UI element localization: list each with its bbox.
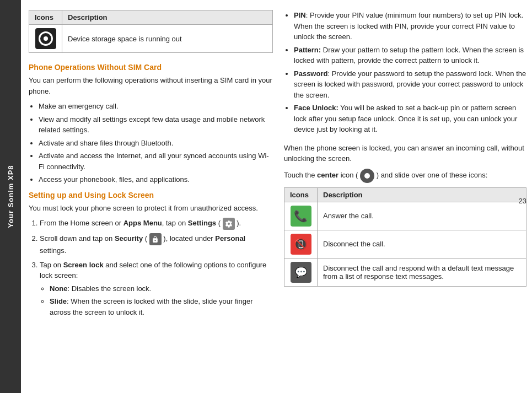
top-table-desc-header: Description	[62, 10, 273, 25]
list-item: Activate and share files through Bluetoo…	[39, 138, 273, 149]
lock-screen-steps: From the Home screen or Apps Menu, tap o…	[40, 218, 273, 317]
bottom-table-icons-header: Icons	[284, 187, 318, 202]
list-item: Pattern: Draw your pattern to setup the …	[294, 45, 526, 66]
phone-ops-bullet-list: Make an emergency call. View and modify …	[39, 101, 273, 185]
lock-screen-heading: Setting up and Using Lock Screen	[29, 191, 273, 200]
list-item: Access your phonebook, files, and applic…	[39, 174, 273, 185]
message-icon-cell: 💬	[284, 258, 318, 286]
sidebar-label: Your Sonim XP8	[0, 0, 21, 393]
disconnect-icon-cell: 📵	[284, 230, 318, 258]
list-item: Make an emergency call.	[39, 101, 273, 112]
lock-icon	[149, 233, 162, 245]
page-number: 23	[519, 197, 526, 205]
phone-ops-intro: You can perform the following operations…	[29, 75, 273, 96]
list-item: Scroll down and tap on Security ( ), loc…	[40, 233, 273, 256]
top-icon-table: Icons Description Device storage space i…	[29, 10, 273, 53]
lock-screen-intro: You must lock your phone screen to prote…	[29, 203, 273, 214]
center-icon	[360, 169, 374, 183]
list-item: From the Home screen or Apps Menu, tap o…	[40, 218, 273, 230]
settings-icon	[223, 218, 235, 230]
bottom-icon-table: Icons Description 📞 Answer the call. 📵 D…	[284, 187, 526, 287]
list-item: View and modify all settings except few …	[39, 114, 273, 136]
list-item: None: Disables the screen lock.	[50, 283, 273, 294]
list-item: Tap on Screen lock and select one of the…	[40, 260, 273, 318]
table-row: 📵 Disconnect the call.	[284, 230, 526, 258]
right-column: 23 PIN: Provide your PIN value (minimum …	[284, 10, 526, 383]
sub-bullet-list: None: Disables the screen lock. Slide: W…	[50, 283, 273, 318]
bottom-table-desc-header: Description	[318, 187, 526, 202]
answer-icon-cell: 📞	[284, 202, 318, 230]
list-item: Activate and access the Internet, and al…	[39, 150, 273, 172]
storage-icon	[35, 28, 56, 49]
phone-ops-heading: Phone Operations Without SIM Card	[29, 63, 273, 72]
answer-call-icon: 📞	[291, 206, 311, 227]
center-icon-para: Touch the center icon ( ) and slide over…	[284, 169, 526, 183]
main-content: Icons Description Device storage space i…	[21, 0, 532, 393]
table-row: Device storage space is running out	[29, 25, 273, 53]
list-item: Slide: When the screen is locked with th…	[50, 296, 273, 317]
left-column: Icons Description Device storage space i…	[29, 10, 273, 383]
message-reply-icon: 💬	[291, 262, 311, 283]
locked-screen-para: When the phone screen is locked, you can…	[284, 143, 526, 164]
disconnect-desc: Disconnect the call.	[318, 230, 526, 258]
top-table-icons-header: Icons	[29, 10, 62, 25]
storage-desc: Device storage space is running out	[62, 25, 273, 53]
list-item: Face Unlock: You will be asked to set a …	[294, 103, 526, 135]
storage-icon-cell	[29, 25, 62, 53]
disconnect-call-icon: 📵	[291, 234, 311, 255]
table-row: 💬 Disconnect the call and respond with a…	[284, 258, 526, 286]
table-row: 📞 Answer the call.	[284, 202, 526, 230]
list-item: Password: Provide your password to setup…	[294, 68, 526, 101]
list-item: PIN: Provide your PIN value (minimum fou…	[294, 10, 526, 42]
message-desc: Disconnect the call and respond with a d…	[318, 258, 526, 286]
answer-desc: Answer the call.	[318, 202, 526, 230]
right-bullet-list: PIN: Provide your PIN value (minimum fou…	[294, 10, 526, 135]
